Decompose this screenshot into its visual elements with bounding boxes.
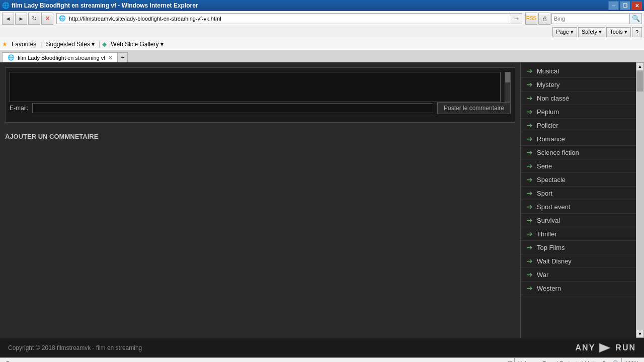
sidebar-label-sport: Sport [537,190,552,197]
textarea-scrollbar[interactable] [505,72,511,102]
status-text: Done [2,360,503,363]
scroll-down-button[interactable]: ▼ [636,330,644,338]
search-button[interactable]: 🔍 [629,14,641,24]
scroll-track-area [636,70,644,330]
email-row: E-mail: Poster le commentaire [10,102,511,114]
tab-bar: 🌐 film Lady Bloodfight en streaming vf ✕… [0,50,644,62]
sidebar-item-sport[interactable]: ➔ Sport [521,187,636,200]
zone-text: Unknown Zone | Protected Mode: On [514,358,612,362]
address-icon: 🌐 [57,14,68,23]
close-button[interactable]: ✕ [631,1,642,10]
tab-close-button[interactable]: ✕ [108,55,112,60]
active-tab[interactable]: 🌐 film Lady Bloodfight en streaming vf ✕ [2,52,118,62]
sidebar-item-thriller[interactable]: ➔ Thriller [521,227,636,241]
title-bar-text: film Lady Bloodfight en streaming vf - W… [12,2,608,9]
sidebar-item-spectacle[interactable]: ➔ Spectacle [521,173,636,187]
favorites-star-icon: ★ [2,41,8,48]
web-slice-icon: ◆ [102,41,107,48]
arrow-icon: ➔ [527,121,533,129]
sidebar-label-serie: Serie [537,162,552,170]
search-input[interactable] [552,15,629,23]
scroll-thumb[interactable] [636,71,643,92]
sidebar-label-science-fiction: Science fiction [537,149,579,156]
comment-textarea[interactable] [10,72,501,102]
back-button[interactable]: ◄ [2,13,14,25]
sidebar-item-survival[interactable]: ➔ Survival [521,214,636,227]
sidebar-label-romance: Romance [537,135,565,143]
sidebar-label-walt-disney: Walt Disney [537,257,572,265]
status-bar: Done 🛡 Unknown Zone | Protected Mode: On… [0,357,644,362]
refresh-button[interactable]: ↻ [28,13,40,25]
sidebar-item-serie[interactable]: ➔ Serie [521,159,636,173]
add-comment-heading: AJOUTER UN COMMNETAIRE [5,133,515,140]
sidebar-item-mystery[interactable]: ➔ Mystery [521,78,636,92]
stop-button[interactable]: ✕ [41,13,53,25]
page-button[interactable]: Page ▾ [552,27,577,37]
sidebar-item-war[interactable]: ➔ War [521,268,636,282]
tab-label: film Lady Bloodfight en streaming vf [18,55,105,61]
sidebar-label-peplum: Péplum [537,108,559,116]
arrow-icon: ➔ [527,203,533,211]
sidebar-item-science-fiction[interactable]: ➔ Science fiction [521,146,636,159]
sidebar-item-western[interactable]: ➔ Western [521,282,636,295]
window-controls: ─ ❐ ✕ [608,1,642,10]
arrow-icon: ➔ [527,175,533,184]
status-security-icon: 🛡 [505,359,514,363]
title-bar-icon: 🌐 [2,2,10,9]
safety-button[interactable]: Safety ▾ [578,27,605,37]
submit-comment-button[interactable]: Poster le commentaire [437,102,511,114]
forward-button[interactable]: ► [15,13,27,25]
sidebar-item-musical[interactable]: ➔ Musical [521,64,636,78]
help-button[interactable]: ? [632,27,642,37]
sidebar-item-non-classe[interactable]: ➔ Non classé [521,92,636,105]
favorites-button[interactable]: Favorites [10,40,38,49]
minimize-button[interactable]: ─ [608,1,619,10]
comment-form: E-mail: Poster le commentaire [5,67,515,123]
new-tab-button[interactable]: + [118,52,128,62]
tools-button[interactable]: Tools ▾ [606,27,631,37]
sidebar-item-romance[interactable]: ➔ Romance [521,132,636,146]
arrow-icon: ➔ [527,80,533,88]
navigation-bar: ◄ ► ↻ ✕ 🌐 → RSS 🖨 🔍 [0,11,644,26]
arrow-icon: ➔ [527,148,533,156]
anyrun-run-text: RUN [615,343,636,352]
arrow-icon: ➔ [527,67,533,75]
anyrun-logo: ANY RUN [576,342,636,353]
favorites-bar: ★ Favorites | Suggested Sites ▾ | ◆ Web … [0,38,644,50]
search-box: 🔍 [551,13,642,24]
sidebar-item-peplum[interactable]: ➔ Péplum [521,105,636,119]
arrow-icon: ➔ [527,162,533,170]
address-bar: 🌐 → [56,13,522,24]
address-input[interactable] [68,15,511,23]
main-content-area: E-mail: Poster le commentaire AJOUTER UN… [0,62,520,338]
arrow-icon: ➔ [527,284,533,292]
sidebar-label-top-films: Top Films [537,244,565,251]
rss-button[interactable]: RSS [525,13,537,25]
sidebar-label-survival: Survival [537,217,560,224]
sidebar-item-sport-event[interactable]: ➔ Sport event [521,200,636,214]
email-input[interactable] [32,103,433,113]
svg-marker-0 [599,343,610,352]
copyright-text: Copyright © 2018 filmstreamvk - film en … [8,344,142,351]
status-right: 🛡 Unknown Zone | Protected Mode: On 🔍 10… [505,358,642,362]
suggested-sites[interactable]: Suggested Sites ▾ [44,40,97,49]
address-go-button[interactable]: → [511,14,522,24]
page-footer: Copyright © 2018 filmstreamvk - film en … [0,338,644,357]
print-button[interactable]: 🖨 [538,13,550,25]
arrow-icon: ➔ [527,270,533,279]
sidebar-label-sport-event: Sport event [537,203,571,211]
sidebar-item-policier[interactable]: ➔ Policier [521,119,636,132]
browser-content: E-mail: Poster le commentaire AJOUTER UN… [0,62,644,338]
sidebar: ➔ Musical ➔ Mystery ➔ Non classé ➔ Péplu… [520,62,636,338]
zoom-level: 100% [621,358,642,362]
arrow-icon: ➔ [527,94,533,102]
sidebar-item-top-films[interactable]: ➔ Top Films [521,241,636,254]
email-label: E-mail: [10,105,28,112]
web-slice-gallery[interactable]: Web Slice Gallery ▾ [109,40,165,49]
sidebar-item-walt-disney[interactable]: ➔ Walt Disney [521,254,636,268]
sidebar-label-policier: Policier [537,122,558,129]
anyrun-text: ANY [576,343,596,352]
restore-button[interactable]: ❐ [620,1,630,10]
title-bar: 🌐 film Lady Bloodfight en streaming vf -… [0,0,644,11]
scroll-up-button[interactable]: ▲ [636,62,644,70]
